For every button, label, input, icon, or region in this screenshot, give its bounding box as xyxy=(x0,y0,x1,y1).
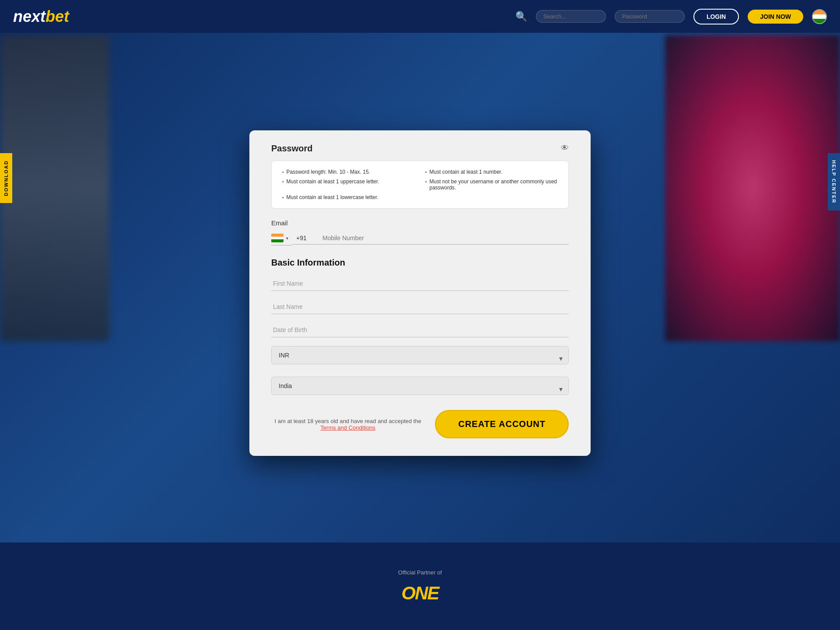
password-visibility-toggle[interactable]: 👁 xyxy=(561,144,569,153)
bullet-2: • xyxy=(282,179,284,184)
modal-backdrop: 👁 Password • Password length: Min. 10 - … xyxy=(0,0,840,630)
currency-select[interactable]: INR xyxy=(271,346,569,364)
terms-text: I am at least 18 years old and have read… xyxy=(271,418,424,431)
country-select[interactable]: India xyxy=(271,377,569,395)
currency-select-wrapper: INR xyxy=(271,346,569,371)
email-label: Email xyxy=(271,219,569,227)
bullet-4: • xyxy=(425,170,427,175)
last-name-input[interactable] xyxy=(271,300,569,314)
phone-flag-india xyxy=(271,234,284,242)
chevron-down-icon: ▾ xyxy=(286,236,288,241)
rule-text-1: Password length: Min. 10 - Max. 15. xyxy=(287,169,370,175)
rule-item-4: • Must contain at least 1 number. xyxy=(425,169,558,175)
terms-prefix: I am at least 18 years old and have read… xyxy=(275,418,421,424)
dob-input[interactable] xyxy=(271,323,569,337)
rule-item-3: • Must contain at least 1 lowercase lett… xyxy=(282,194,415,200)
phone-code-input[interactable] xyxy=(293,232,319,245)
rule-item-2: • Must contain at least 1 uppercase lett… xyxy=(282,178,415,191)
create-account-button[interactable]: CREATE ACCOUNT xyxy=(435,410,569,438)
password-section-title: Password xyxy=(271,144,569,154)
bottom-row: I am at least 18 years old and have read… xyxy=(271,410,569,438)
password-rules-box: • Password length: Min. 10 - Max. 15. • … xyxy=(271,161,569,209)
terms-link[interactable]: Terms and Conditions xyxy=(320,424,375,431)
phone-flag-selector[interactable]: ▾ xyxy=(271,231,293,245)
rule-item-1: • Password length: Min. 10 - Max. 15. xyxy=(282,169,415,175)
rule-text-4: Must contain at least 1 number. xyxy=(430,169,503,175)
country-select-wrapper: India xyxy=(271,377,569,401)
rule-text-3: Must contain at least 1 lowercase letter… xyxy=(287,194,378,200)
phone-number-input[interactable] xyxy=(319,232,569,245)
first-name-input[interactable] xyxy=(271,276,569,291)
phone-row: ▾ xyxy=(271,231,569,245)
bullet-1: • xyxy=(282,170,284,175)
basic-info-title: Basic Information xyxy=(271,258,569,268)
rule-text-2: Must contain at least 1 uppercase letter… xyxy=(287,178,379,185)
bullet-5: • xyxy=(425,179,427,184)
registration-modal: 👁 Password • Password length: Min. 10 - … xyxy=(249,130,591,456)
rule-text-5: Must not be your username or another com… xyxy=(430,178,558,191)
rule-item-5: • Must not be your username or another c… xyxy=(425,178,558,191)
bullet-3: • xyxy=(282,195,284,200)
